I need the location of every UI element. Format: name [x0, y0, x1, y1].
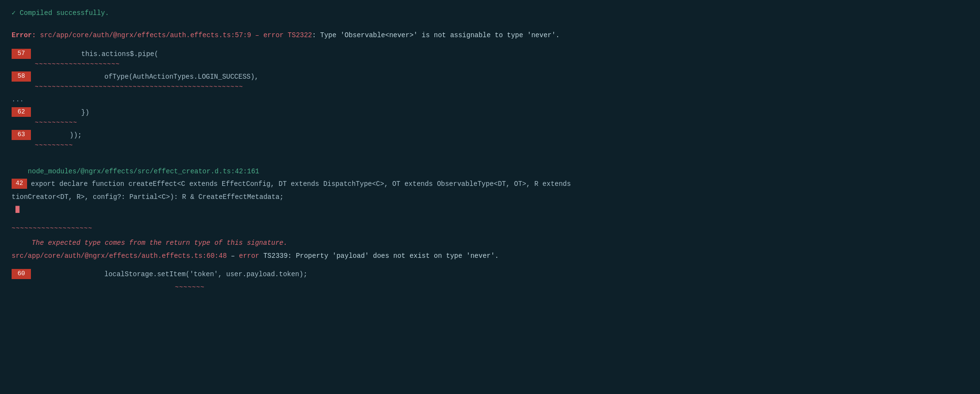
node-module-location: 42:161	[235, 168, 259, 175]
line-number-57: 57	[12, 49, 31, 59]
error2-message: : Property 'payload' does not exist on t…	[288, 252, 499, 260]
node-module-file: node_modules/@ngrx/effects/src/effect_cr…	[28, 168, 231, 175]
node-module-code-content-2: tionCreator<DT, R>, config?: Partial<C>)…	[12, 193, 284, 201]
error-header-1: Error: src/app/core/auth/@ngrx/effects/a…	[12, 30, 968, 41]
code-line-62: 62 })	[12, 107, 968, 118]
node-module-squiggle: █	[15, 206, 19, 213]
code-content-62: })	[35, 107, 968, 118]
terminal-output: ✓ Compiled successfully. Error: src/app/…	[0, 8, 980, 293]
error-header-2: src/app/core/auth/@ngrx/effects/auth.eff…	[12, 251, 968, 261]
squiggle-chars-58: ~~~~~~~~~~~~~~~~~~~~~~~~~~~~~~~~~~~~~~~~…	[35, 82, 243, 92]
node-module-code-content-1: export declare function createEffect<C e…	[31, 179, 968, 189]
code-content-60: localStorage.setItem('token', user.paylo…	[35, 269, 968, 280]
checkmark-icon: ✓ Compiled successfully.	[12, 9, 109, 17]
code-line-57: 57 this.actions$.pipe(	[12, 49, 968, 59]
error-location: :	[231, 31, 235, 39]
code-line-58: 58 ofType(AuthActionTypes.LOGIN_SUCCESS)…	[12, 71, 968, 82]
node-module-squiggle-block: █	[12, 204, 968, 215]
wavy-line: ~~~~~~~~~~~~~~~~~~~	[12, 223, 968, 234]
error2-space	[259, 252, 263, 260]
line-number-63: 63	[12, 130, 31, 140]
node-module-ref: node_modules/@ngrx/effects/src/effect_cr…	[12, 166, 968, 177]
error-line-col: 57:9	[235, 31, 251, 39]
squiggle-57: ~~~~~~~~~~~~~~~~~~~~	[12, 59, 968, 70]
squiggle-chars-62: ~~~~~~~~~~	[35, 118, 77, 128]
error-keyword: error	[263, 31, 284, 39]
code-content-58: ofType(AuthActionTypes.LOGIN_SUCCESS),	[35, 71, 968, 82]
squiggle-chars-57: ~~~~~~~~~~~~~~~~~~~~	[35, 59, 120, 70]
line-number-60: 60	[12, 269, 31, 279]
ellipsis: ...	[12, 94, 968, 105]
node-module-colon: :	[231, 168, 235, 175]
node-module-line-number: 42	[12, 179, 27, 189]
error-ts-code: TS2322	[288, 31, 312, 39]
code-content-57: this.actions$.pipe(	[35, 49, 968, 59]
expected-type-text: The expected type comes from the return …	[32, 239, 288, 247]
code-line-60: 60 localStorage.setItem('token', user.pa…	[12, 269, 968, 280]
error-dash: –	[251, 31, 263, 39]
error-label: Error:	[12, 31, 40, 39]
wavy-chars: ~~~~~~~~~~~~~~~~~~~	[12, 225, 92, 232]
line-number-58: 58	[12, 71, 31, 82]
code-content-63: ));	[35, 130, 968, 141]
success-message: ✓ Compiled successfully.	[12, 8, 968, 18]
code-line-63: 63 ));	[12, 130, 968, 141]
node-module-code-line-2: tionCreator<DT, R>, config?: Partial<C>)…	[12, 192, 968, 202]
line-number-62: 62	[12, 107, 31, 117]
squiggle-chars-63: ~~~~~~~~~	[35, 141, 73, 151]
squiggle-62: ~~~~~~~~~~	[12, 118, 968, 128]
error-file-path: src/app/core/auth/@ngrx/effects/auth.eff…	[40, 31, 231, 39]
squiggle-chars-60: ~~~~~~~	[35, 283, 205, 291]
error2-keyword: error	[239, 252, 259, 260]
squiggle-63: ~~~~~~~~~	[12, 141, 968, 151]
error2-location: 60:48	[206, 252, 227, 260]
error2-file: src/app/core/auth/@ngrx/effects/auth.eff…	[12, 252, 202, 260]
squiggle-60: ~~~~~~~	[12, 281, 968, 293]
error2-code: TS2339	[263, 252, 288, 260]
error2-dash: –	[227, 252, 239, 260]
error-description: : Type 'Observable<never>' is not assign…	[312, 31, 560, 39]
squiggle-58: ~~~~~~~~~~~~~~~~~~~~~~~~~~~~~~~~~~~~~~~~…	[12, 82, 968, 92]
expected-type-message: The expected type comes from the return …	[12, 238, 968, 248]
node-module-code-line-1: 42 export declare function createEffect<…	[12, 179, 968, 189]
